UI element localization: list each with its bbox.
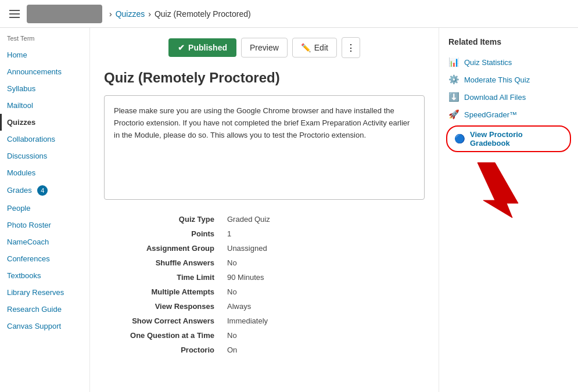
breadcrumb-quizzes[interactable]: Quizzes <box>116 9 145 19</box>
related-item-icon: 🔵 <box>454 134 465 144</box>
sidebar-item-discussions[interactable]: Discussions <box>0 148 89 164</box>
quiz-title: Quiz (Remotely Proctored) <box>104 70 425 86</box>
sidebar-item-library-reserves[interactable]: Library Reserves <box>0 284 89 301</box>
sidebar-item-quizzes[interactable]: Quizzes <box>0 114 89 131</box>
quiz-details-table: Quiz TypeGraded QuizPoints1Assignment Gr… <box>104 211 425 358</box>
right-sidebar: Related Items 📊Quiz Statistics⚙️Moderate… <box>439 28 578 392</box>
related-item-view-proctorio-gradebook[interactable]: 🔵View Proctorio Gradebook <box>446 125 571 152</box>
sidebar-item-home[interactable]: Home <box>0 46 89 63</box>
main-content: ✔ Published Preview ✏️ Edit ⋮ Quiz (Remo… <box>90 28 439 392</box>
toolbar: ✔ Published Preview ✏️ Edit ⋮ <box>104 37 425 58</box>
sidebar-item-grades[interactable]: Grades 4 <box>0 181 89 200</box>
sidebar-item-modules[interactable]: Modules <box>0 164 89 181</box>
related-item-moderate-this-quiz[interactable]: ⚙️Moderate This Quiz <box>448 71 569 88</box>
sidebar-item-mailtool[interactable]: Mailtool <box>0 97 89 114</box>
related-item-speedgrader[interactable]: 🚀SpeedGrader™ <box>448 106 569 123</box>
edit-icon: ✏️ <box>301 43 311 52</box>
table-row: Points1 <box>105 227 423 240</box>
check-icon: ✔ <box>178 43 185 52</box>
table-row: ProctorioOn <box>105 343 423 357</box>
related-item-download-all-files[interactable]: ⬇️Download All Files <box>448 88 569 106</box>
table-row: Multiple AttemptsNo <box>105 285 423 299</box>
hamburger-menu[interactable] <box>9 10 20 18</box>
sidebar-item-collaborations[interactable]: Collaborations <box>0 131 89 148</box>
breadcrumb-sep2: › <box>148 9 151 19</box>
quiz-description: Please make sure you are using the Googl… <box>104 95 425 200</box>
course-name <box>27 5 102 23</box>
preview-button[interactable]: Preview <box>241 38 288 57</box>
layout: Test Term Home Announcements Syllabus Ma… <box>0 28 578 392</box>
sidebar-item-announcements[interactable]: Announcements <box>0 63 89 80</box>
sidebar-item-people[interactable]: People <box>0 200 89 217</box>
table-row: Time Limit90 Minutes <box>105 271 423 284</box>
table-row: View ResponsesAlways <box>105 300 423 313</box>
table-row: Quiz TypeGraded Quiz <box>105 213 423 226</box>
breadcrumb: › Quizzes › Quiz (Remotely Proctored) <box>109 9 251 19</box>
breadcrumb-sep: › <box>109 9 112 19</box>
grades-badge: 4 <box>37 185 48 196</box>
sidebar-item-conferences[interactable]: Conferences <box>0 250 89 267</box>
sidebar-item-namecoach[interactable]: NameCoach <box>0 233 89 250</box>
sidebar-item-research-guide[interactable]: Research Guide <box>0 301 89 318</box>
related-item-icon: 📊 <box>448 57 459 67</box>
table-row: Shuffle AnswersNo <box>105 256 423 269</box>
edit-button[interactable]: ✏️ Edit <box>292 38 337 57</box>
red-arrow-icon <box>466 157 536 221</box>
related-item-icon: ⬇️ <box>448 92 459 102</box>
breadcrumb-current: Quiz (Remotely Proctored) <box>155 9 251 19</box>
related-item-icon: ⚙️ <box>448 74 459 85</box>
more-button[interactable]: ⋮ <box>342 37 360 58</box>
table-row: Show Correct AnswersImmediately <box>105 314 423 328</box>
related-item-icon: 🚀 <box>448 109 459 120</box>
related-item-quiz-statistics[interactable]: 📊Quiz Statistics <box>448 53 569 71</box>
sidebar-item-photo-roster[interactable]: Photo Roster <box>0 217 89 233</box>
svg-marker-0 <box>478 163 518 218</box>
sidebar-item-syllabus[interactable]: Syllabus <box>0 80 89 97</box>
sidebar-item-textbooks[interactable]: Textbooks <box>0 267 89 284</box>
related-items-list: 📊Quiz Statistics⚙️Moderate This Quiz⬇️Do… <box>448 53 569 152</box>
table-row: Assignment GroupUnassigned <box>105 242 423 255</box>
sidebar: Test Term Home Announcements Syllabus Ma… <box>0 28 90 392</box>
sidebar-term: Test Term <box>0 33 89 46</box>
table-row: One Question at a TimeNo <box>105 329 423 342</box>
sidebar-item-canvas-support[interactable]: Canvas Support <box>0 318 89 335</box>
published-button[interactable]: ✔ Published <box>168 38 236 57</box>
arrow-annotation <box>448 157 569 226</box>
related-items-title: Related Items <box>448 37 569 46</box>
top-nav: › Quizzes › Quiz (Remotely Proctored) <box>0 0 578 28</box>
